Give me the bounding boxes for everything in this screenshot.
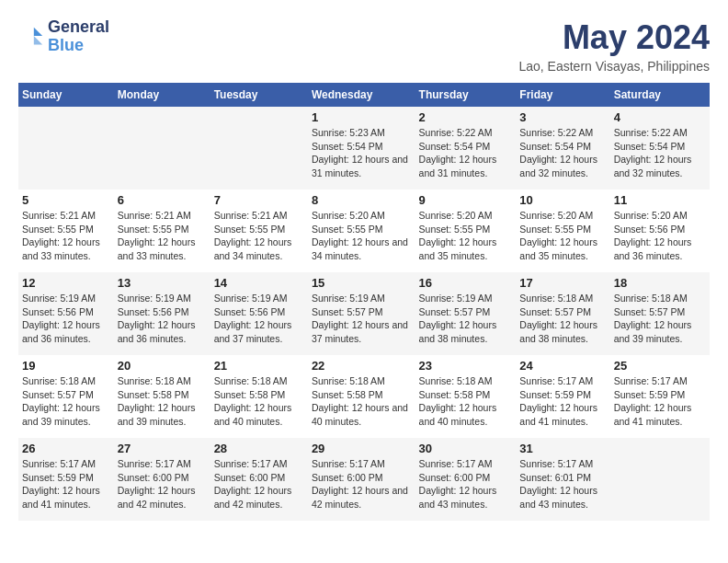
calendar-cell: 14Sunrise: 5:19 AM Sunset: 5:56 PM Dayli…	[210, 272, 308, 355]
calendar-cell: 24Sunrise: 5:17 AM Sunset: 5:59 PM Dayli…	[516, 355, 609, 438]
day-info: Sunrise: 5:17 AM Sunset: 5:59 PM Dayligh…	[614, 374, 706, 429]
day-info: Sunrise: 5:18 AM Sunset: 5:57 PM Dayligh…	[22, 374, 110, 429]
day-number: 23	[419, 359, 513, 373]
day-info: Sunrise: 5:18 AM Sunset: 5:58 PM Dayligh…	[419, 374, 513, 429]
day-info: Sunrise: 5:19 AM Sunset: 5:56 PM Dayligh…	[118, 292, 207, 346]
calendar-cell: 20Sunrise: 5:18 AM Sunset: 5:58 PM Dayli…	[114, 355, 210, 438]
day-number: 14	[214, 276, 304, 290]
day-header-friday: Friday	[516, 83, 609, 107]
day-info: Sunrise: 5:18 AM Sunset: 5:57 PM Dayligh…	[519, 292, 606, 346]
day-info: Sunrise: 5:22 AM Sunset: 5:54 PM Dayligh…	[614, 126, 706, 180]
calendar-cell: 23Sunrise: 5:18 AM Sunset: 5:58 PM Dayli…	[415, 355, 517, 438]
day-number: 28	[214, 442, 304, 455]
calendar-cell: 19Sunrise: 5:18 AM Sunset: 5:57 PM Dayli…	[18, 355, 114, 438]
calendar-cell: 16Sunrise: 5:19 AM Sunset: 5:57 PM Dayli…	[415, 272, 517, 355]
calendar-table: SundayMondayTuesdayWednesdayThursdayFrid…	[18, 83, 710, 521]
day-info: Sunrise: 5:17 AM Sunset: 6:00 PM Dayligh…	[419, 457, 513, 511]
day-info: Sunrise: 5:17 AM Sunset: 6:01 PM Dayligh…	[519, 457, 606, 511]
day-info: Sunrise: 5:17 AM Sunset: 6:00 PM Dayligh…	[312, 457, 412, 511]
calendar-cell	[18, 107, 114, 190]
day-info: Sunrise: 5:18 AM Sunset: 5:58 PM Dayligh…	[214, 374, 304, 429]
title-section: May 2024 Lao, Eastern Visayas, Philippin…	[518, 18, 710, 74]
day-info: Sunrise: 5:17 AM Sunset: 6:00 PM Dayligh…	[214, 457, 304, 511]
calendar-cell: 31Sunrise: 5:17 AM Sunset: 6:01 PM Dayli…	[516, 438, 609, 521]
calendar-week-row: 26Sunrise: 5:17 AM Sunset: 5:59 PM Dayli…	[18, 438, 710, 521]
calendar-cell: 12Sunrise: 5:19 AM Sunset: 5:56 PM Dayli…	[18, 272, 114, 355]
day-info: Sunrise: 5:21 AM Sunset: 5:55 PM Dayligh…	[214, 209, 304, 263]
calendar-cell: 2Sunrise: 5:22 AM Sunset: 5:54 PM Daylig…	[415, 107, 517, 190]
day-number: 25	[614, 359, 706, 373]
location-text: Lao, Eastern Visayas, Philippines	[518, 59, 710, 74]
calendar-header-row: SundayMondayTuesdayWednesdayThursdayFrid…	[18, 83, 710, 107]
day-number: 8	[312, 193, 412, 207]
day-number: 26	[22, 442, 110, 455]
day-number: 21	[214, 359, 304, 373]
day-info: Sunrise: 5:22 AM Sunset: 5:54 PM Dayligh…	[419, 126, 513, 180]
day-info: Sunrise: 5:23 AM Sunset: 5:54 PM Dayligh…	[312, 126, 412, 180]
day-number: 31	[519, 442, 606, 455]
svg-marker-1	[34, 36, 42, 44]
day-number: 11	[614, 193, 706, 207]
logo-text-blue: Blue	[48, 37, 109, 55]
day-number: 5	[22, 193, 110, 207]
logo: General Blue	[18, 18, 109, 55]
day-info: Sunrise: 5:17 AM Sunset: 5:59 PM Dayligh…	[519, 374, 606, 429]
calendar-cell: 17Sunrise: 5:18 AM Sunset: 5:57 PM Dayli…	[516, 272, 609, 355]
day-info: Sunrise: 5:19 AM Sunset: 5:57 PM Dayligh…	[312, 292, 412, 346]
day-number: 29	[312, 442, 412, 455]
day-info: Sunrise: 5:20 AM Sunset: 5:55 PM Dayligh…	[519, 209, 606, 263]
logo-icon	[18, 24, 44, 50]
calendar-cell: 30Sunrise: 5:17 AM Sunset: 6:00 PM Dayli…	[415, 438, 517, 521]
day-header-wednesday: Wednesday	[308, 83, 415, 107]
calendar-cell: 7Sunrise: 5:21 AM Sunset: 5:55 PM Daylig…	[210, 190, 308, 272]
day-number: 6	[118, 193, 207, 207]
day-info: Sunrise: 5:20 AM Sunset: 5:55 PM Dayligh…	[419, 209, 513, 263]
calendar-cell	[210, 107, 308, 190]
calendar-week-row: 12Sunrise: 5:19 AM Sunset: 5:56 PM Dayli…	[18, 272, 710, 355]
month-title: May 2024	[518, 18, 710, 57]
calendar-cell: 26Sunrise: 5:17 AM Sunset: 5:59 PM Dayli…	[18, 438, 114, 521]
day-number: 1	[312, 110, 412, 124]
day-number: 7	[214, 193, 304, 207]
svg-marker-0	[34, 28, 42, 36]
calendar-cell: 8Sunrise: 5:20 AM Sunset: 5:55 PM Daylig…	[308, 190, 415, 272]
day-number: 30	[419, 442, 513, 455]
calendar-week-row: 1Sunrise: 5:23 AM Sunset: 5:54 PM Daylig…	[18, 107, 710, 190]
day-number: 2	[419, 110, 513, 124]
calendar-cell: 4Sunrise: 5:22 AM Sunset: 5:54 PM Daylig…	[610, 107, 710, 190]
calendar-cell: 10Sunrise: 5:20 AM Sunset: 5:55 PM Dayli…	[516, 190, 609, 272]
day-number: 18	[614, 276, 706, 290]
day-info: Sunrise: 5:19 AM Sunset: 5:57 PM Dayligh…	[419, 292, 513, 346]
day-info: Sunrise: 5:19 AM Sunset: 5:56 PM Dayligh…	[22, 292, 110, 346]
calendar-cell: 18Sunrise: 5:18 AM Sunset: 5:57 PM Dayli…	[610, 272, 710, 355]
day-number: 24	[519, 359, 606, 373]
logo-text-general: General	[48, 18, 109, 37]
day-header-tuesday: Tuesday	[210, 83, 308, 107]
calendar-cell: 5Sunrise: 5:21 AM Sunset: 5:55 PM Daylig…	[18, 190, 114, 272]
calendar-cell: 22Sunrise: 5:18 AM Sunset: 5:58 PM Dayli…	[308, 355, 415, 438]
day-number: 19	[22, 359, 110, 373]
calendar-cell: 29Sunrise: 5:17 AM Sunset: 6:00 PM Dayli…	[308, 438, 415, 521]
day-header-thursday: Thursday	[415, 83, 517, 107]
day-number: 20	[118, 359, 207, 373]
calendar-cell	[114, 107, 210, 190]
page-header: General Blue May 2024 Lao, Eastern Visay…	[18, 18, 710, 74]
day-header-sunday: Sunday	[18, 83, 114, 107]
day-number: 27	[118, 442, 207, 455]
calendar-cell: 15Sunrise: 5:19 AM Sunset: 5:57 PM Dayli…	[308, 272, 415, 355]
day-number: 12	[22, 276, 110, 290]
day-info: Sunrise: 5:17 AM Sunset: 6:00 PM Dayligh…	[118, 457, 207, 511]
calendar-cell: 11Sunrise: 5:20 AM Sunset: 5:56 PM Dayli…	[610, 190, 710, 272]
day-number: 17	[519, 276, 606, 290]
day-info: Sunrise: 5:18 AM Sunset: 5:57 PM Dayligh…	[614, 292, 706, 346]
day-info: Sunrise: 5:22 AM Sunset: 5:54 PM Dayligh…	[519, 126, 606, 180]
day-number: 15	[312, 276, 412, 290]
day-number: 4	[614, 110, 706, 124]
calendar-cell: 1Sunrise: 5:23 AM Sunset: 5:54 PM Daylig…	[308, 107, 415, 190]
day-info: Sunrise: 5:18 AM Sunset: 5:58 PM Dayligh…	[312, 374, 412, 429]
day-number: 3	[519, 110, 606, 124]
day-number: 16	[419, 276, 513, 290]
calendar-cell: 21Sunrise: 5:18 AM Sunset: 5:58 PM Dayli…	[210, 355, 308, 438]
calendar-cell: 27Sunrise: 5:17 AM Sunset: 6:00 PM Dayli…	[114, 438, 210, 521]
calendar-cell: 25Sunrise: 5:17 AM Sunset: 5:59 PM Dayli…	[610, 355, 710, 438]
